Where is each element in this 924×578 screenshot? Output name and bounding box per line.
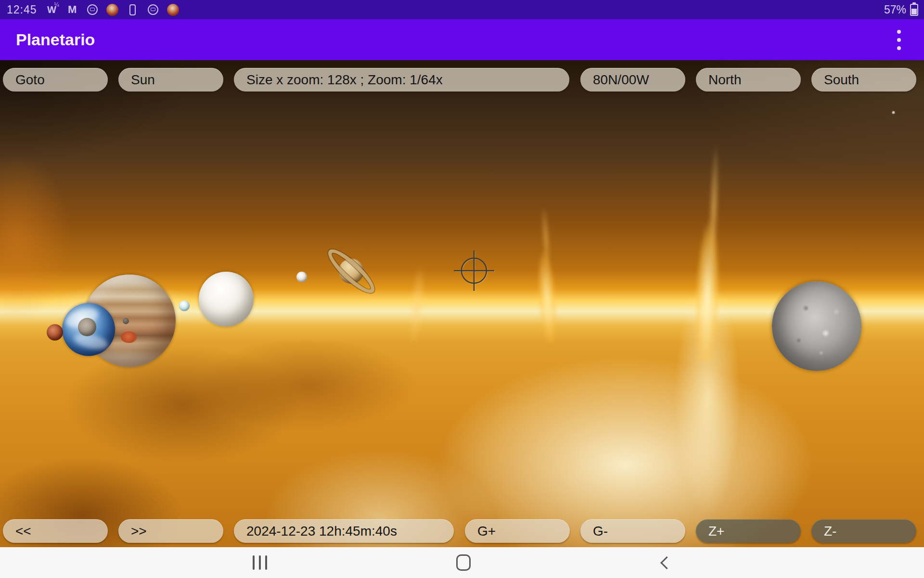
- circle-badge-icon-2: [147, 3, 159, 16]
- weather-w-icon: W¼: [46, 3, 58, 16]
- time-step-forward-button[interactable]: >>: [118, 519, 223, 543]
- battery-percent: 57%: [884, 3, 906, 16]
- planet-venus[interactable]: [199, 272, 254, 327]
- size-zoom-info-button[interactable]: Size x zoom: 128x ; Zoom: 1/64x: [234, 68, 569, 92]
- android-nav-bar: [0, 547, 924, 578]
- notification-icons: W¼ M: [46, 3, 180, 16]
- target-object-button[interactable]: Sun: [118, 68, 223, 92]
- south-button[interactable]: South: [811, 68, 916, 92]
- toolbar-top: Goto Sun Size x zoom: 128x ; Zoom: 1/64x…: [0, 68, 924, 92]
- center-crosshair-icon: [448, 244, 500, 297]
- back-icon[interactable]: [594, 547, 739, 578]
- solar-flare-wisp: [395, 227, 443, 346]
- device-icon: [127, 3, 139, 16]
- planet-mercury[interactable]: [772, 281, 861, 371]
- planet-earth[interactable]: [62, 303, 115, 356]
- solar-flare-small: [520, 208, 572, 346]
- time-step-back-button[interactable]: <<: [3, 519, 108, 543]
- g-minus-button[interactable]: G-: [580, 519, 685, 543]
- status-bar: 12:45 W¼ M 57%: [0, 0, 924, 19]
- colored-app-icon-2: [167, 3, 180, 16]
- app-title: Planetario: [16, 30, 95, 49]
- app-bar: Planetario: [0, 19, 924, 60]
- planetario-app-screen: 12:45 W¼ M 57% Planetario: [0, 0, 924, 578]
- recents-icon[interactable]: [188, 547, 332, 578]
- goto-button[interactable]: Goto: [3, 68, 108, 92]
- g-plus-button[interactable]: G+: [465, 519, 570, 543]
- zoom-out-button[interactable]: Z-: [811, 519, 916, 543]
- planet-neptune[interactable]: [179, 301, 190, 311]
- background-star: [892, 111, 895, 114]
- mail-m-icon: M: [66, 3, 78, 16]
- sky-view[interactable]: Goto Sun Size x zoom: 128x ; Zoom: 1/64x…: [0, 60, 924, 547]
- colored-app-icon: [106, 3, 119, 16]
- planet-uranus[interactable]: [296, 272, 307, 282]
- toolbar-bottom: << >> 2024-12-23 12h:45m:40s G+ G- Z+ Z-: [0, 519, 924, 543]
- circle-badge-icon: [86, 3, 99, 16]
- north-button[interactable]: North: [696, 68, 801, 92]
- planet-saturn[interactable]: [321, 240, 382, 302]
- jupiter-moon-dot: [123, 318, 129, 324]
- overflow-menu-icon[interactable]: [889, 26, 909, 53]
- planet-mars[interactable]: [47, 324, 63, 341]
- saturn-rings: [323, 244, 380, 299]
- datetime-button[interactable]: 2024-12-23 12h:45m:40s: [234, 519, 454, 543]
- coordinates-button[interactable]: 80N/00W: [580, 68, 685, 92]
- zoom-in-button[interactable]: Z+: [696, 519, 801, 543]
- solar-flare-large: [682, 144, 738, 362]
- clock: 12:45: [7, 3, 37, 16]
- home-icon[interactable]: [391, 547, 536, 578]
- battery-icon: [910, 4, 918, 16]
- moon-transit: [78, 318, 96, 336]
- jupiter-red-spot: [121, 331, 137, 343]
